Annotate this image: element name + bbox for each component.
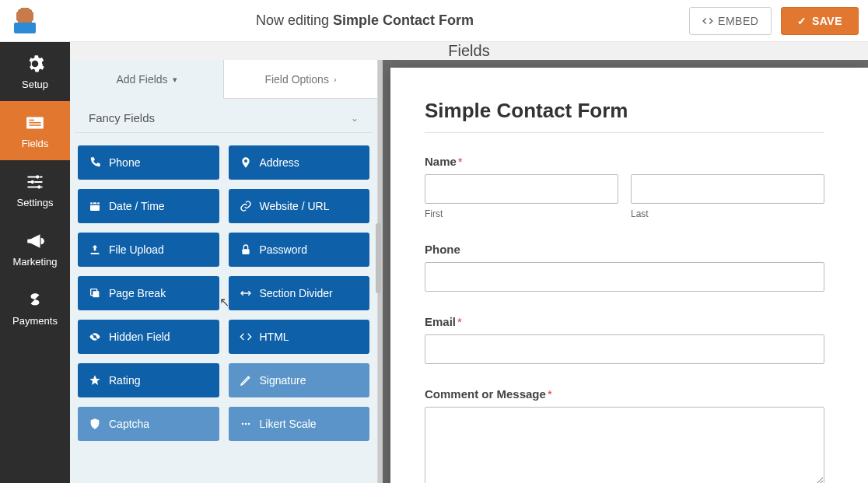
- field-type-phone[interactable]: Phone: [78, 145, 219, 180]
- field-type-file-upload[interactable]: File Upload: [78, 233, 219, 267]
- top-bar: Now editing Simple Contact Form EMBED SA…: [0, 0, 868, 42]
- group-header-fancy[interactable]: Fancy Fields ⌄: [75, 99, 373, 133]
- calendar-icon: [89, 200, 101, 212]
- editing-form-name: Simple Contact Form: [333, 12, 474, 28]
- field-type-signature[interactable]: Signature: [229, 363, 370, 397]
- star-icon: [89, 374, 101, 387]
- field-type-address[interactable]: Address: [229, 145, 370, 180]
- nav-item-setup[interactable]: Setup: [0, 42, 70, 101]
- tab-field-options[interactable]: Field Options ›: [223, 60, 377, 99]
- embed-button[interactable]: EMBED: [689, 7, 772, 35]
- form-preview: Simple Contact Form Name*FirstLastPhoneE…: [390, 68, 868, 483]
- required-indicator: *: [457, 315, 462, 328]
- field-type-html[interactable]: HTML: [229, 320, 370, 354]
- code-icon: [240, 331, 252, 343]
- arrows-h-icon: [240, 287, 252, 299]
- copy-icon: [89, 287, 101, 299]
- field-grid: PhoneAddressDate / TimeWebsite / URLFile…: [70, 133, 377, 449]
- side-nav: Setup Fields Settings Marketing Payments: [0, 42, 70, 483]
- last-name-input[interactable]: [631, 174, 824, 204]
- lock-icon: [240, 243, 252, 256]
- field-type-date-time[interactable]: Date / Time: [78, 189, 219, 223]
- section-title: Fields: [70, 42, 868, 60]
- textarea-input[interactable]: [425, 407, 824, 483]
- nav-item-payments[interactable]: Payments: [0, 278, 70, 338]
- field-label: Name*: [425, 155, 824, 168]
- nav-item-marketing[interactable]: Marketing: [0, 219, 70, 278]
- field-type-page-break[interactable]: Page Break: [78, 276, 219, 310]
- shield-icon: [89, 418, 101, 430]
- megaphone-icon: [25, 231, 45, 251]
- svg-rect-2: [29, 121, 40, 123]
- phone-icon: [89, 156, 101, 169]
- form-field-email[interactable]: Email*: [425, 315, 824, 364]
- field-type-likert-scale[interactable]: Likert Scale: [229, 407, 370, 441]
- code-icon: [702, 16, 713, 26]
- svg-point-4: [36, 175, 39, 178]
- field-label: Comment or Message*: [425, 387, 824, 401]
- editing-title: Now editing Simple Contact Form: [40, 12, 689, 29]
- gear-icon: [25, 54, 45, 74]
- sliders-icon: [25, 172, 45, 192]
- svg-point-6: [37, 185, 40, 188]
- text-input[interactable]: [425, 334, 824, 364]
- svg-point-5: [31, 180, 34, 183]
- svg-rect-3: [29, 124, 40, 126]
- field-label: Email*: [425, 315, 824, 328]
- nav-item-settings[interactable]: Settings: [0, 160, 70, 219]
- fields-icon: [25, 113, 45, 133]
- field-type-password[interactable]: Password: [229, 233, 370, 267]
- first-name-input[interactable]: [425, 174, 618, 204]
- app-logo: [9, 5, 40, 37]
- scrollbar-thumb[interactable]: [376, 223, 381, 293]
- tab-add-fields[interactable]: Add Fields ▾: [70, 60, 223, 99]
- field-label: Phone: [425, 243, 824, 256]
- required-indicator: *: [548, 387, 552, 401]
- required-indicator: *: [458, 155, 463, 168]
- chevron-down-icon: ⌄: [351, 113, 359, 124]
- chevron-right-icon: ›: [334, 75, 337, 84]
- chevron-down-icon: ▾: [173, 75, 177, 85]
- upload-icon: [89, 243, 101, 256]
- map-pin-icon: [240, 156, 252, 169]
- field-type-rating[interactable]: Rating: [78, 363, 219, 397]
- fields-panel: Add Fields ▾ Field Options › Fancy Field…: [70, 60, 378, 483]
- preview-area: Simple Contact Form Name*FirstLastPhoneE…: [383, 60, 868, 483]
- svg-rect-1: [29, 119, 34, 121]
- sublabel-last: Last: [631, 208, 824, 219]
- check-icon: [797, 15, 807, 27]
- form-field-comment-or-message[interactable]: Comment or Message*: [425, 387, 824, 483]
- form-title: Simple Contact Form: [425, 99, 824, 123]
- dollar-icon: [25, 290, 45, 310]
- field-type-section-divider[interactable]: Section Divider: [229, 276, 370, 310]
- field-type-captcha[interactable]: Captcha: [78, 407, 219, 441]
- title-divider: [425, 132, 824, 133]
- form-field-name[interactable]: Name*FirstLast: [425, 155, 824, 219]
- form-field-phone[interactable]: Phone: [425, 243, 824, 292]
- pen-icon: [240, 374, 252, 387]
- field-type-website-url[interactable]: Website / URL: [229, 189, 370, 223]
- field-type-hidden-field[interactable]: Hidden Field: [78, 320, 219, 354]
- nav-item-fields[interactable]: Fields: [0, 101, 70, 160]
- eye-off-icon: [89, 331, 101, 343]
- editing-prefix: Now editing: [256, 12, 333, 28]
- text-input[interactable]: [425, 262, 824, 292]
- link-icon: [240, 200, 252, 212]
- top-actions: EMBED SAVE: [689, 7, 859, 35]
- dots-icon: [240, 418, 252, 430]
- save-button[interactable]: SAVE: [781, 7, 859, 35]
- sublabel-first: First: [425, 208, 618, 219]
